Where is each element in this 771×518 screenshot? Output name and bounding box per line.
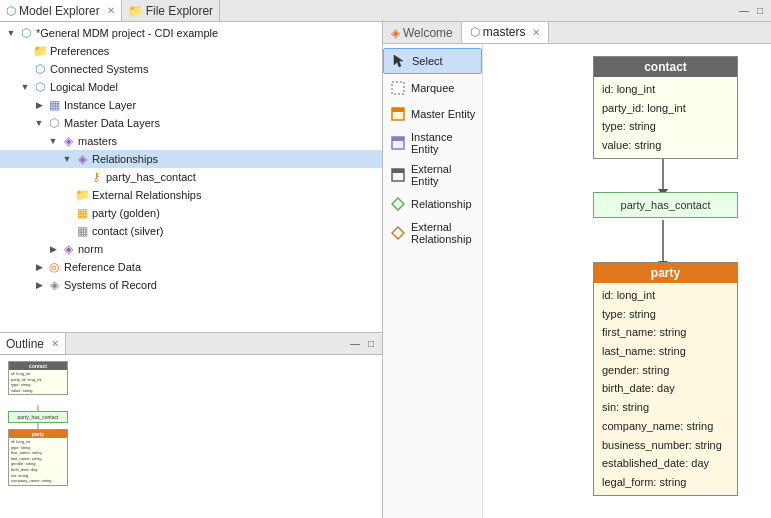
tab-file-explorer-label: File Explorer	[146, 4, 213, 18]
tree-label-logicalModel: Logical Model	[50, 81, 118, 93]
tab-masters-label: masters	[483, 25, 526, 39]
tree-area[interactable]: ⬡*General MDM project - CDI example📁Pref…	[0, 22, 382, 332]
palette-relationship-label: Relationship	[411, 198, 472, 210]
tab-file-explorer[interactable]: 📁 File Explorer	[122, 0, 220, 21]
close-model-explorer-icon[interactable]: ✕	[107, 5, 115, 16]
palette-external-relationship[interactable]: External Relationship	[383, 218, 482, 248]
toggle-masterDataLayers[interactable]	[32, 116, 46, 130]
svg-rect-6	[392, 108, 404, 112]
toggle-logicalModel[interactable]	[18, 80, 32, 94]
close-outline-icon[interactable]: ✕	[51, 338, 59, 349]
tree-item-logicalModel[interactable]: ⬡Logical Model	[0, 78, 382, 96]
folder-icon: 📁	[32, 43, 48, 59]
tree-item-preferences[interactable]: 📁Preferences	[0, 42, 382, 60]
tree-item-contact[interactable]: ▦contact (silver)	[0, 222, 382, 240]
mini-relationship: party_has_contact	[8, 411, 68, 423]
svg-rect-4	[392, 82, 404, 94]
tree-label-externalRelationships: External Relationships	[92, 189, 201, 201]
masters-tab-icon: ⬡	[470, 25, 480, 39]
entity-golden-icon: ▦	[74, 205, 90, 221]
palette-relationship[interactable]: Relationship	[383, 192, 482, 216]
tree-label-norm: norm	[78, 243, 103, 255]
tree-label-masterDataLayers: Master Data Layers	[64, 117, 160, 129]
tab-welcome[interactable]: ◈ Welcome	[383, 22, 462, 43]
mini-party-body: id: long_inttype: stringfirst_name: stri…	[9, 438, 67, 485]
tree-item-party_has_contact[interactable]: ⚷party_has_contact	[0, 168, 382, 186]
party-body: id: long_int type: string first_name: st…	[594, 283, 737, 495]
palette-select[interactable]: Select	[383, 48, 482, 74]
model-explorer-icon: ⬡	[6, 4, 16, 18]
tree-item-systemsOfRecord[interactable]: ◈Systems of Record	[0, 276, 382, 294]
tree-item-norm[interactable]: ◈norm	[0, 240, 382, 258]
external-relationship-icon	[389, 224, 407, 242]
relationship-icon: ⚷	[88, 169, 104, 185]
diagram-canvas[interactable]: contact id: long_int party_id: long_int …	[483, 44, 771, 518]
toggle-instanceLayer[interactable]	[32, 98, 46, 112]
minimize-btn[interactable]: —	[737, 4, 751, 18]
tab-model-explorer[interactable]: ⬡ Model Explorer ✕	[0, 0, 122, 21]
master-entity-icon	[389, 105, 407, 123]
tab-model-explorer-label: Model Explorer	[19, 4, 100, 18]
tree-label-connectedSystems: Connected Systems	[50, 63, 148, 75]
outline-label: Outline	[6, 337, 44, 351]
contact-body: id: long_int party_id: long_int type: st…	[594, 77, 737, 158]
refdata-icon: ◎	[46, 259, 62, 275]
tab-welcome-label: Welcome	[403, 26, 453, 40]
close-masters-tab[interactable]: ✕	[532, 27, 540, 38]
palette-marquee-label: Marquee	[411, 82, 454, 94]
left-panel: ⬡*General MDM project - CDI example📁Pref…	[0, 22, 383, 518]
tree-item-root[interactable]: ⬡*General MDM project - CDI example	[0, 24, 382, 42]
outline-minimize-btn[interactable]: —	[348, 337, 362, 351]
main-content: ⬡*General MDM project - CDI example📁Pref…	[0, 22, 771, 518]
party-header: party	[594, 263, 737, 283]
welcome-icon: ◈	[391, 26, 400, 40]
systems-icon: ◈	[46, 277, 62, 293]
outline-maximize-btn[interactable]: □	[364, 337, 378, 351]
tree-item-relationships[interactable]: ◈Relationships	[0, 150, 382, 168]
tree-label-referenceData: Reference Data	[64, 261, 141, 273]
maximize-btn[interactable]: □	[753, 4, 767, 18]
tree-item-referenceData[interactable]: ◎Reference Data	[0, 258, 382, 276]
palette-marquee[interactable]: Marquee	[383, 76, 482, 100]
tree-item-externalRelationships[interactable]: 📁External Relationships	[0, 186, 382, 204]
masters-icon: ◈	[60, 133, 76, 149]
norm-icon: ◈	[60, 241, 76, 257]
outline-controls: — □	[348, 337, 382, 351]
palette: Select Marquee Master Entity	[383, 44, 483, 518]
palette-master-entity[interactable]: Master Entity	[383, 102, 482, 126]
connected-icon: ⬡	[32, 61, 48, 77]
tree-item-masterDataLayers[interactable]: ⬡Master Data Layers	[0, 114, 382, 132]
mini-party-header: party	[9, 430, 67, 438]
tree-label-party: party (golden)	[92, 207, 160, 219]
external-entity-icon	[389, 166, 407, 184]
toggle-referenceData[interactable]	[32, 260, 46, 274]
folder-icon: 📁	[74, 187, 90, 203]
contact-entity: contact id: long_int party_id: long_int …	[593, 56, 738, 159]
palette-select-label: Select	[412, 55, 443, 67]
model-explorer: ⬡*General MDM project - CDI example📁Pref…	[0, 22, 382, 333]
tree-label-relationships: Relationships	[92, 153, 158, 165]
svg-rect-8	[392, 137, 404, 141]
toggle-systemsOfRecord[interactable]	[32, 278, 46, 292]
toggle-relationships[interactable]	[60, 152, 74, 166]
tree-item-instanceLayer[interactable]: ▦Instance Layer	[0, 96, 382, 114]
tree-item-party[interactable]: ▦party (golden)	[0, 204, 382, 222]
masterlayers-icon: ⬡	[46, 115, 62, 131]
tree-label-contact: contact (silver)	[92, 225, 164, 237]
tree-item-connectedSystems[interactable]: ⬡Connected Systems	[0, 60, 382, 78]
tab-masters[interactable]: ⬡ masters ✕	[462, 22, 550, 43]
right-canvas-area: Select Marquee Master Entity	[383, 44, 771, 518]
palette-external-relationship-label: External Relationship	[411, 221, 476, 245]
toggle-norm[interactable]	[46, 242, 60, 256]
mini-contact-header: contact	[9, 362, 67, 370]
palette-instance-entity[interactable]: Instance Entity	[383, 128, 482, 158]
tab-outline[interactable]: Outline ✕	[0, 333, 66, 354]
party-entity: party id: long_int type: string first_na…	[593, 262, 738, 496]
palette-external-entity[interactable]: External Entity	[383, 160, 482, 190]
toggle-masters[interactable]	[46, 134, 60, 148]
instance-entity-icon	[389, 134, 407, 152]
relationships-icon: ◈	[74, 151, 90, 167]
toggle-root[interactable]	[4, 26, 18, 40]
tree-item-masters[interactable]: ◈masters	[0, 132, 382, 150]
entity-silver-icon: ▦	[74, 223, 90, 239]
